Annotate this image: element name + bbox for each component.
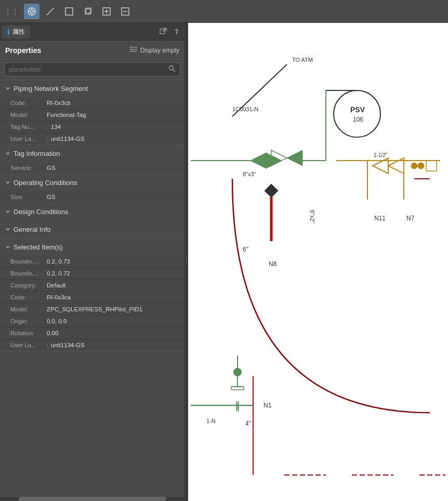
svg-line-27 xyxy=(173,70,175,72)
chevron-tag-information xyxy=(5,151,10,157)
svg-point-26 xyxy=(169,66,174,70)
info-icon: ℹ xyxy=(7,28,10,36)
left-panel: ℹ 属性 xyxy=(0,23,185,501)
section-label-general-info: General Info xyxy=(14,226,51,233)
section-label-selected-items: Selected Item(s) xyxy=(14,243,63,251)
prop-value: GS xyxy=(47,165,56,171)
prop-separator: : xyxy=(47,342,48,348)
prop-row: Size:GS xyxy=(0,191,185,203)
svg-text:1-N: 1-N xyxy=(206,418,216,424)
pin-button[interactable] xyxy=(171,27,182,37)
svg-text:TO ATM: TO ATM xyxy=(292,57,313,63)
main-area: ℹ 属性 xyxy=(0,23,448,501)
prop-row: Boundin...:0.2, 0.72 xyxy=(0,268,185,280)
prop-label: Boundin...: xyxy=(10,270,47,276)
svg-text:8"x3": 8"x3" xyxy=(243,171,256,177)
svg-rect-7 xyxy=(65,8,73,15)
properties-content[interactable]: Piping Network SegmentCode:RI-0x3cbModel… xyxy=(0,80,185,497)
svg-point-51 xyxy=(418,163,424,169)
section-header-operating-conditions[interactable]: Operating Conditions xyxy=(0,174,185,191)
resize-dots xyxy=(186,258,187,267)
panel-scrollbar-thumb xyxy=(19,497,166,501)
section-header-piping-network-segment[interactable]: Piping Network Segment xyxy=(0,80,185,97)
properties-tab[interactable]: ℹ 属性 xyxy=(2,25,30,38)
line-tool-button[interactable] xyxy=(43,4,58,19)
target-tool-button[interactable] xyxy=(24,4,39,19)
section-general-info: General Info xyxy=(0,221,185,239)
section-header-general-info[interactable]: General Info xyxy=(0,221,185,238)
section-operating-conditions: Operating ConditionsSize:GS xyxy=(0,174,185,203)
svg-rect-15 xyxy=(160,29,165,34)
toolbar: ⋮⋮ xyxy=(0,0,448,23)
chevron-design-conditions xyxy=(5,209,10,215)
svg-text:106: 106 xyxy=(353,116,363,123)
prop-row: User La...:unit1134-GS xyxy=(0,133,185,144)
prop-label: Rotation: xyxy=(10,330,47,336)
display-empty-button[interactable]: Display empty xyxy=(129,46,179,55)
prop-value: unit1134-GS xyxy=(51,136,85,142)
svg-point-34 xyxy=(334,90,380,137)
search-input-wrap xyxy=(4,62,180,76)
prop-value: unit1134-GS xyxy=(51,342,85,348)
panel-tab-actions xyxy=(157,27,182,37)
tab-label: 属性 xyxy=(12,28,25,36)
svg-point-1 xyxy=(30,10,33,13)
search-icon xyxy=(168,65,176,74)
section-header-selected-items[interactable]: Selected Item(s) xyxy=(0,239,185,256)
svg-text:6"x2": 6"x2" xyxy=(309,210,315,223)
section-piping-network-segment: Piping Network SegmentCode:RI-0x3cbModel… xyxy=(0,80,185,145)
prop-label: Code: xyxy=(10,100,47,106)
section-label-piping-network-segment: Piping Network Segment xyxy=(14,85,88,93)
prop-row: Model:ZPC_SQLEXPRESS_RHPilot_PID1 xyxy=(0,304,185,315)
section-tag-information: Tag InformationService:GS xyxy=(0,145,185,174)
chevron-piping-network-segment xyxy=(5,86,10,92)
panel-scrollbar[interactable] xyxy=(0,497,185,501)
properties-header: Properties Display empty xyxy=(0,42,185,59)
prop-label: Service: xyxy=(10,165,47,171)
svg-rect-28 xyxy=(191,23,445,501)
prop-separator: : xyxy=(47,136,48,142)
prop-value: 134 xyxy=(51,124,61,130)
prop-value: GS xyxy=(47,194,56,200)
svg-text:1C0031-N: 1C0031-N xyxy=(232,106,258,112)
add-tool-button[interactable] xyxy=(99,4,114,19)
remove-tool-button[interactable] xyxy=(117,4,133,19)
copy-tool-button[interactable] xyxy=(80,4,96,19)
chevron-general-info xyxy=(5,227,10,233)
section-label-design-conditions: Design Conditions xyxy=(14,208,69,216)
svg-text:N8: N8 xyxy=(269,260,277,268)
prop-value: 0.0, 0.0 xyxy=(47,318,67,324)
prop-row: Code:RI-0x3cb xyxy=(0,97,185,109)
prop-label: User La... xyxy=(10,342,47,348)
rect-tool-button[interactable] xyxy=(61,4,77,19)
section-design-conditions: Design Conditions xyxy=(0,203,185,221)
svg-text:PSV: PSV xyxy=(350,106,365,114)
drag-handle: ⋮⋮ xyxy=(4,7,19,16)
svg-point-50 xyxy=(411,163,417,169)
prop-row: Service:GS xyxy=(0,162,185,174)
prop-row: User La...:unit1134-GS xyxy=(0,339,185,351)
svg-line-6 xyxy=(47,8,54,15)
popout-button[interactable] xyxy=(157,27,169,37)
svg-text:N1: N1 xyxy=(263,402,272,409)
prop-row: Boundin...:0.2, 0.73 xyxy=(0,256,185,268)
chevron-selected-items xyxy=(5,244,10,251)
prop-label: Tag Nu... xyxy=(10,124,47,130)
prop-row: Category:Default xyxy=(0,280,185,292)
search-container xyxy=(0,59,185,80)
prop-value: ZPC_SQLEXPRESS_RHPilot_PID1 xyxy=(47,306,142,312)
prop-value: RI-0x3cb xyxy=(47,100,71,106)
prop-label: Model: xyxy=(10,306,47,312)
prop-value: Functional-Tag xyxy=(47,112,86,118)
chevron-operating-conditions xyxy=(5,180,10,186)
section-label-operating-conditions: Operating Conditions xyxy=(14,179,77,187)
section-header-design-conditions[interactable]: Design Conditions xyxy=(0,203,185,220)
section-header-tag-information[interactable]: Tag Information xyxy=(0,145,185,162)
section-selected-items: Selected Item(s)Boundin...:0.2, 0.73Boun… xyxy=(0,239,185,351)
prop-value: Default xyxy=(47,282,65,288)
prop-row: Model:Functional-Tag xyxy=(0,109,185,121)
prop-row: Tag Nu...:134 xyxy=(0,121,185,133)
prop-label: Origin: xyxy=(10,318,47,324)
search-input[interactable] xyxy=(9,66,168,73)
svg-text:4": 4" xyxy=(245,420,251,427)
